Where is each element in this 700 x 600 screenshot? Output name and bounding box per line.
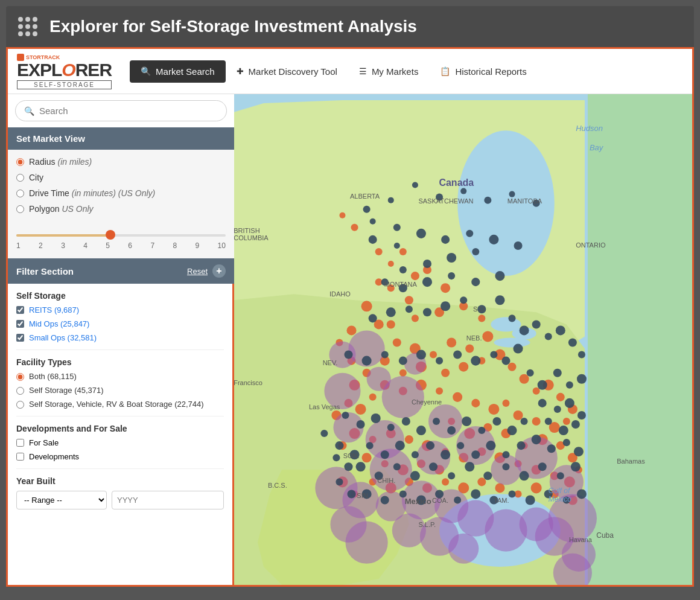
year-range-select[interactable]: -- Range -- (16, 491, 107, 509)
list-icon: ☰ (359, 66, 367, 76)
svg-point-239 (381, 496, 389, 504)
svg-point-38 (532, 417, 541, 426)
svg-point-8 (441, 283, 450, 293)
svg-point-141 (489, 235, 498, 244)
nav-market-discovery[interactable]: ✚ Market Discovery Tool (226, 60, 348, 83)
svg-point-44 (436, 388, 443, 395)
svg-point-22 (393, 338, 401, 346)
svg-point-201 (387, 424, 395, 431)
svg-point-255 (460, 188, 466, 194)
filter-reset-button[interactable]: Reset (187, 267, 208, 276)
svg-point-235 (571, 462, 581, 471)
svg-point-187 (565, 398, 574, 408)
svg-point-236 (344, 462, 352, 471)
nav-historical-reports[interactable]: 📋 Historical Reports (429, 60, 537, 83)
radio-self-storage[interactable]: Self Storage (45,371) (16, 386, 224, 395)
grid-icon (18, 17, 37, 36)
logo: STORTRACK EXPLORER SELF-STORAGE (17, 54, 112, 89)
svg-point-39 (513, 410, 523, 420)
svg-point-253 (412, 182, 418, 188)
checkbox-mid-ops[interactable]: Mid Ops (25,847) (16, 319, 224, 328)
svg-point-180 (527, 369, 534, 377)
svg-point-170 (501, 357, 510, 365)
svg-point-26 (441, 369, 450, 377)
app-container: STORTRACK EXPLORER SELF-STORAGE 🔍 Market… (6, 47, 694, 587)
svg-point-142 (514, 241, 523, 250)
svg-point-185 (538, 399, 547, 407)
radio-city[interactable]: City (16, 173, 226, 182)
svg-point-209 (517, 441, 526, 450)
radio-drive-time[interactable]: Drive Time (in minutes) (US Only) (16, 188, 226, 198)
svg-point-224 (375, 471, 383, 480)
svg-point-159 (406, 305, 413, 313)
svg-point-181 (538, 380, 547, 390)
svg-point-144 (447, 253, 456, 263)
slider-fill (16, 234, 110, 237)
svg-point-222 (320, 430, 328, 437)
radio-radius[interactable]: Radius (in miles) (16, 157, 226, 167)
svg-point-100 (375, 248, 383, 255)
svg-point-184 (577, 374, 587, 384)
svg-point-13 (412, 314, 419, 322)
nav-my-markets[interactable]: ☰ My Markets (348, 60, 430, 83)
svg-point-168 (578, 351, 585, 359)
slider-area: 12 34 56 78 910 (8, 227, 234, 258)
svg-point-75 (362, 453, 372, 462)
divider-2 (16, 416, 224, 416)
svg-point-252 (336, 478, 343, 485)
svg-point-101 (346, 325, 356, 335)
search-input[interactable] (39, 106, 218, 116)
svg-point-219 (366, 442, 374, 449)
radio-vehicle-rv[interactable]: Self Storage, Vehicle, RV & Boat Storage… (16, 400, 224, 409)
divider-3 (16, 468, 224, 469)
svg-point-99 (388, 261, 394, 267)
svg-point-256 (484, 197, 491, 204)
svg-point-202 (371, 413, 381, 423)
svg-point-42 (471, 399, 480, 407)
checkbox-small-ops[interactable]: Small Ops (32,581) (16, 333, 224, 342)
svg-point-212 (471, 450, 480, 459)
logo-subtitle: SELF-STORAGE (17, 80, 112, 89)
svg-point-166 (556, 325, 565, 335)
svg-point-125 (315, 467, 357, 509)
top-header: Explorer for Self-Storage Investment Ana… (6, 6, 694, 47)
svg-point-98 (411, 272, 419, 280)
svg-point-182 (553, 369, 562, 377)
svg-point-192 (521, 418, 528, 425)
filter-plus-button[interactable]: + (212, 264, 226, 278)
svg-point-190 (559, 426, 568, 435)
svg-point-154 (495, 295, 504, 305)
svg-point-213 (457, 442, 464, 449)
svg-point-218 (381, 450, 389, 459)
svg-point-195 (478, 427, 485, 434)
svg-point-194 (492, 417, 501, 426)
search-icon: 🔍 (141, 66, 151, 76)
svg-point-205 (532, 435, 541, 444)
radio-polygon[interactable]: Polygon US Only (16, 204, 226, 214)
svg-point-246 (508, 490, 515, 497)
checkbox-developments[interactable]: Developments (16, 452, 224, 461)
svg-point-232 (520, 471, 529, 480)
nav-market-search[interactable]: 🔍 Market Search (130, 60, 226, 83)
svg-point-231 (502, 463, 509, 470)
svg-point-250 (577, 489, 587, 499)
year-input[interactable] (112, 491, 224, 509)
svg-point-203 (357, 420, 365, 429)
slider-thumb[interactable] (106, 230, 115, 240)
svg-point-84 (442, 478, 449, 485)
checkbox-for-sale[interactable]: For Sale (16, 438, 224, 447)
svg-point-259 (388, 197, 394, 203)
svg-point-200 (402, 417, 410, 426)
radio-both[interactable]: Both (68,115) (16, 372, 224, 381)
checkbox-reits[interactable]: REITS (9,687) (16, 305, 224, 314)
svg-point-171 (490, 351, 497, 359)
svg-point-133 (367, 367, 391, 391)
svg-point-177 (381, 351, 389, 359)
svg-point-242 (435, 490, 444, 498)
svg-point-24 (399, 369, 407, 377)
sidebar: 🔍 Set Market View Radius (in miles) City (8, 94, 234, 585)
facility-types-title: Facility Types (16, 357, 224, 367)
svg-point-225 (393, 463, 401, 470)
svg-point-110 (370, 448, 412, 491)
svg-point-30 (508, 363, 516, 371)
